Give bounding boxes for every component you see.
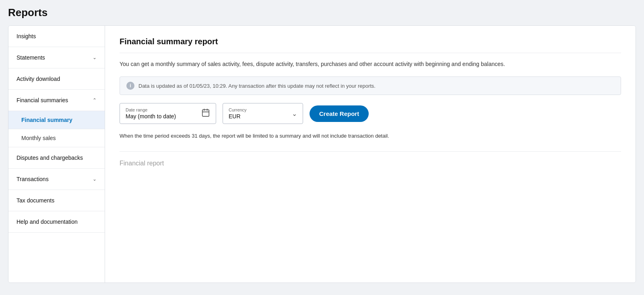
sidebar-item-insights[interactable]: Insights [8,26,105,47]
currency-inner: Currency EUR [229,107,288,120]
sidebar-item-transactions[interactable]: Transactions ⌄ [8,169,105,190]
chevron-down-icon: ⌄ [93,55,97,60]
sidebar-item-help-documentation[interactable]: Help and documentation [8,211,105,233]
date-range-field[interactable]: Date range May (month to date) [120,103,216,124]
date-range-value: May (month to date) [126,113,197,120]
info-banner-text: Data is updated as of 01/05/23, 10:29. A… [138,83,376,89]
svg-rect-0 [202,110,209,117]
sidebar-item-monthly-sales-label: Monthly sales [21,135,56,141]
info-icon: i [126,82,134,90]
create-report-button[interactable]: Create Report [310,105,369,122]
currency-label: Currency [229,107,288,112]
date-range-inner: Date range May (month to date) [126,107,197,120]
sidebar-item-activity-download[interactable]: Activity download [8,68,105,90]
currency-value: EUR [229,113,288,120]
date-range-label: Date range [126,107,197,112]
currency-field[interactable]: Currency EUR ⌄ [223,103,303,124]
sidebar-item-financial-summaries-label: Financial summaries [17,97,68,103]
sidebar-item-tax-documents-label: Tax documents [17,197,54,204]
page-title: Reports [8,6,636,19]
sidebar-item-financial-summaries[interactable]: Financial summaries ⌃ [8,90,105,111]
sidebar-item-tax-documents[interactable]: Tax documents [8,190,105,211]
sidebar-item-insights-label: Insights [17,33,36,39]
limit-notice: When the time period exceeds 31 days, th… [120,132,621,140]
sidebar-item-disputes-chargebacks[interactable]: Disputes and chargebacks [8,147,105,169]
sidebar-item-activity-download-label: Activity download [17,76,60,82]
chevron-down-icon: ⌄ [93,176,97,182]
main-content: Financial summary report You can get a m… [105,26,636,283]
financial-report-label: Financial report [120,160,164,167]
currency-chevron-icon: ⌄ [292,110,297,118]
sidebar-item-financial-summary[interactable]: Financial summary [8,111,105,129]
sidebar-item-statements-label: Statements [17,54,45,61]
controls-row: Date range May (month to date) [120,103,621,124]
report-title: Financial summary report [120,37,621,53]
sidebar-item-transactions-label: Transactions [17,176,49,182]
financial-report-section: Financial report [120,151,621,167]
report-description: You can get a monthly summary of sales a… [120,60,621,68]
sidebar-item-help-documentation-label: Help and documentation [17,219,78,225]
sidebar-item-statements[interactable]: Statements ⌄ [8,47,105,68]
sidebar-item-disputes-chargebacks-label: Disputes and chargebacks [17,155,83,161]
main-layout: Insights Statements ⌄ Activity download … [8,25,636,283]
calendar-icon [201,108,210,119]
chevron-up-icon: ⌃ [93,97,97,103]
sidebar: Insights Statements ⌄ Activity download … [8,26,105,283]
sidebar-item-monthly-sales[interactable]: Monthly sales [8,129,105,147]
info-banner: i Data is updated as of 01/05/23, 10:29.… [120,76,621,95]
sidebar-item-financial-summary-label: Financial summary [21,117,72,123]
